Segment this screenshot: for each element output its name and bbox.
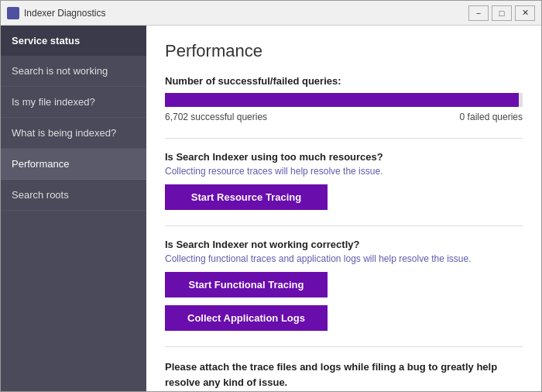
app-icon (7, 7, 19, 19)
note-text: Please attach the trace files and logs w… (165, 359, 523, 390)
successful-queries: 6,702 successful queries (165, 112, 267, 122)
titlebar: Indexer Diagnostics − □ ✕ (1, 1, 541, 26)
start-resource-tracing-button[interactable]: Start Resource Tracing (165, 184, 328, 210)
window-title: Indexer Diagnostics (24, 8, 468, 19)
sidebar-item-performance[interactable]: Performance (1, 149, 146, 180)
resource-desc: Collecting resource traces will help res… (165, 166, 523, 177)
main-content: Performance Number of successful/failed … (146, 26, 541, 391)
sidebar-item-what-indexed[interactable]: What is being indexed? (1, 118, 146, 149)
note-section: Please attach the trace files and logs w… (165, 359, 523, 391)
app-window: Indexer Diagnostics − □ ✕ Service status… (0, 0, 542, 392)
sidebar-item-file-indexed[interactable]: Is my file indexed? (1, 87, 146, 118)
start-functional-tracing-button[interactable]: Start Functional Tracing (165, 272, 328, 297)
content-area: Service status Search is not working Is … (1, 26, 541, 391)
divider-1 (165, 138, 523, 139)
maximize-button[interactable]: □ (492, 5, 512, 21)
minimize-button[interactable]: − (468, 5, 489, 21)
titlebar-controls: − □ ✕ (468, 5, 535, 21)
sidebar: Service status Search is not working Is … (1, 26, 146, 391)
queries-section: Number of successful/failed queries: 6,7… (165, 75, 523, 122)
progress-bar-fill (165, 93, 519, 107)
progress-bar-container (165, 93, 523, 107)
sidebar-item-search-not-working[interactable]: Search is not working (1, 56, 146, 87)
query-stats: 6,702 successful queries 0 failed querie… (165, 112, 523, 122)
queries-label: Number of successful/failed queries: (165, 75, 523, 87)
resource-section: Is Search Indexer using too much resourc… (165, 151, 523, 210)
sidebar-item-search-roots[interactable]: Search roots (1, 180, 146, 211)
close-button[interactable]: ✕ (515, 5, 535, 21)
divider-3 (165, 346, 523, 347)
functional-section: Is Search Indexer not working correctly?… (165, 239, 523, 331)
resource-question: Is Search Indexer using too much resourc… (165, 151, 523, 163)
functional-question: Is Search Indexer not working correctly? (165, 239, 523, 250)
functional-desc: Collecting functional traces and applica… (165, 253, 523, 264)
divider-2 (165, 225, 523, 226)
page-title: Performance (165, 41, 523, 61)
sidebar-header: Service status (1, 26, 146, 56)
failed-queries: 0 failed queries (460, 112, 523, 122)
collect-application-logs-button[interactable]: Collect Application Logs (165, 305, 328, 331)
